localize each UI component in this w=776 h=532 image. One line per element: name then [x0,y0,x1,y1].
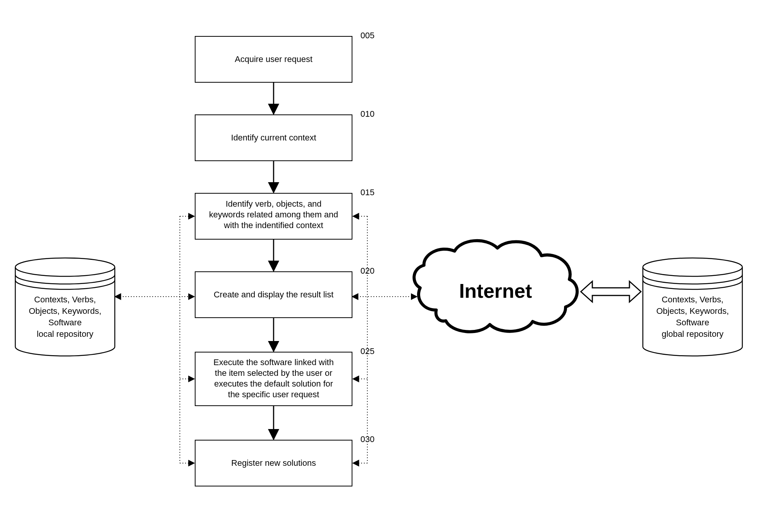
cloud-label: Internet [459,280,532,302]
box-030-line0: Register new solutions [231,458,316,468]
global-db-line0: Contexts, Verbs, [662,295,723,304]
box-025-line2: executes the default solution for [214,379,333,388]
ref-005: 005 [360,31,375,40]
local-repository-cylinder: Contexts, Verbs, Objects, Keywords, Soft… [15,258,115,356]
global-db-line2: Software [676,318,709,327]
ref-015: 015 [360,188,375,197]
internet-cloud: Internet [414,241,577,332]
local-db-line2: Software [49,318,82,327]
box-005-line0: Acquire user request [235,54,313,64]
box-025-line0: Execute the software linked with [214,357,334,367]
hollow-arrow-cloud-globaldb [581,281,641,302]
box-010-line0: Identify current context [231,133,316,142]
global-db-line3: global repository [662,329,723,339]
process-box-005: Acquire user request [195,36,352,82]
box-020-line0: Create and display the result list [214,290,333,299]
local-db-line0: Contexts, Verbs, [34,295,96,304]
process-box-020: Create and display the result list [195,272,352,318]
process-box-015: Identify verb, objects, and keywords rel… [195,193,352,239]
global-db-line1: Objects, Keywords, [656,306,729,316]
box-015-line2: with the indentified context [223,220,323,230]
box-015-line1: keywords related among them and [209,210,338,219]
local-db-line3: local repository [37,329,93,339]
global-repository-cylinder: Contexts, Verbs, Objects, Keywords, Soft… [643,258,742,356]
box-025-line1: the item selected by the user or [215,368,333,378]
process-box-025: Execute the software linked with the ite… [195,352,352,406]
box-015-line0: Identify verb, objects, and [226,199,322,209]
flowchart-diagram: Acquire user request 005 Identify curren… [0,0,776,532]
box-025-line3: the specific user request [228,390,319,399]
process-box-030: Register new solutions [195,440,352,486]
ref-010: 010 [360,109,375,119]
process-box-010: Identify current context [195,115,352,161]
local-db-line1: Objects, Keywords, [29,306,101,316]
